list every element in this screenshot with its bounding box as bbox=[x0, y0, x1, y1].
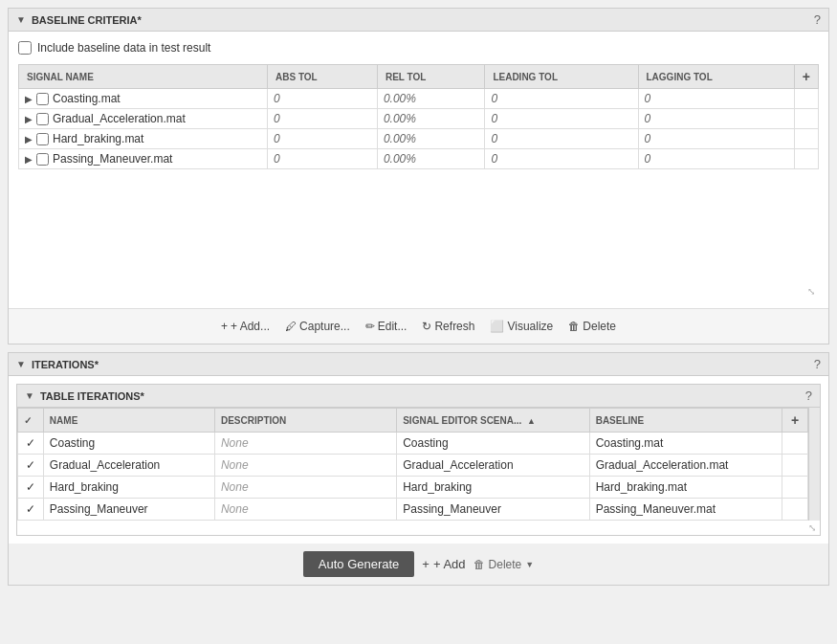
table-iterations-sub-section: ▼ TABLE ITERATIONS* ? ✓ NAME bbox=[16, 384, 821, 536]
main-container: ▼ BASELINE CRITERIA* ? Include baseline … bbox=[0, 0, 837, 601]
baseline-criteria-table: SIGNAL NAME ABS TOL REL TOL LEADING TOL bbox=[18, 64, 819, 169]
rel-tol-cell: 0.00% bbox=[377, 149, 484, 169]
add-iteration-icon: + bbox=[422, 557, 430, 571]
baseline-collapse-arrow[interactable]: ▼ bbox=[16, 14, 26, 25]
capture-button[interactable]: 🖊 Capture... bbox=[279, 317, 356, 336]
sort-arrow-icon: ▲ bbox=[527, 416, 536, 426]
col-header-lagging-tol: LAGGING TOL bbox=[638, 65, 794, 89]
iteration-signal-editor-cell: Passing_Maneuver bbox=[397, 499, 589, 521]
table-iterations-collapse-arrow[interactable]: ▼ bbox=[25, 390, 34, 401]
iteration-baseline-cell: Passing_Maneuver.mat bbox=[589, 499, 782, 521]
iteration-description-cell: None bbox=[214, 455, 396, 477]
visualize-icon: ⬜ bbox=[490, 320, 504, 333]
auto-generate-button[interactable]: Auto Generate bbox=[303, 551, 415, 577]
iterations-table-row[interactable]: ✓ Gradual_Acceleration None Gradual_Acce… bbox=[18, 455, 808, 477]
leading-tol-cell: 0 bbox=[485, 129, 638, 149]
iterations-table-wrapper: ✓ NAME DESCRIPTION SIGNAL EDITOR SCENA..… bbox=[17, 408, 820, 521]
row-checkbox[interactable] bbox=[36, 133, 49, 145]
edit-button[interactable]: ✏ Edit... bbox=[360, 317, 413, 336]
iterations-help-icon[interactable]: ? bbox=[814, 357, 821, 371]
add-iteration-col-btn[interactable]: + bbox=[782, 409, 808, 433]
lagging-tol-cell: 0 bbox=[638, 129, 794, 149]
iterations-header-left: ▼ ITERATIONS* bbox=[16, 359, 99, 370]
check-mark: ✓ bbox=[26, 480, 35, 494]
baseline-table-header-row: SIGNAL NAME ABS TOL REL TOL LEADING TOL bbox=[19, 65, 819, 89]
rel-tol-cell: 0.00% bbox=[377, 109, 484, 129]
abs-tol-cell: 0 bbox=[268, 149, 378, 169]
iterations-table-body: ✓ Coasting None Coasting Coasting.mat ✓ … bbox=[18, 433, 808, 521]
baseline-criteria-help-icon[interactable]: ? bbox=[814, 12, 821, 27]
include-baseline-row: Include baseline data in test result bbox=[18, 41, 819, 55]
iteration-description-cell: None bbox=[214, 433, 396, 455]
baseline-toolbar: + + Add... 🖊 Capture... ✏ Edit... ↻ Refr… bbox=[9, 308, 828, 344]
row-expander-icon[interactable]: ▶ bbox=[25, 154, 33, 165]
lagging-tol-cell: 0 bbox=[638, 109, 794, 129]
col-header-signal-editor: SIGNAL EDITOR SCENA... ▲ bbox=[397, 409, 589, 433]
refresh-button[interactable]: ↻ Refresh bbox=[416, 317, 480, 336]
baseline-criteria-title: BASELINE CRITERIA* bbox=[32, 14, 142, 26]
row-checkbox[interactable] bbox=[36, 153, 49, 166]
iterations-table-header-row: ✓ NAME DESCRIPTION SIGNAL EDITOR SCENA..… bbox=[18, 409, 808, 433]
signal-name-cell: ▶ Passing_Maneuver.mat bbox=[19, 149, 268, 169]
col-header-check: ✓ bbox=[18, 409, 44, 433]
col-header-signal-name: SIGNAL NAME bbox=[19, 65, 268, 89]
signal-name-cell: ▶ Coasting.mat bbox=[19, 89, 268, 109]
bottom-toolbar: Auto Generate + + Add 🗑 Delete ▼ bbox=[9, 544, 828, 585]
iteration-baseline-cell: Coasting.mat bbox=[589, 433, 782, 455]
add-icon: + bbox=[221, 320, 228, 333]
add-button[interactable]: + + Add... bbox=[215, 317, 275, 336]
abs-tol-cell: 0 bbox=[268, 89, 378, 109]
iteration-check-cell: ✓ bbox=[18, 455, 44, 477]
iterations-collapse-arrow[interactable]: ▼ bbox=[16, 359, 26, 369]
iteration-baseline-cell: Hard_braking.mat bbox=[589, 477, 782, 499]
table-iterations-help-icon[interactable]: ? bbox=[805, 389, 812, 403]
table-iterations-header-left: ▼ TABLE ITERATIONS* bbox=[25, 390, 144, 402]
iterations-table-row[interactable]: ✓ Passing_Maneuver None Passing_Maneuver… bbox=[18, 499, 808, 521]
col-header-description: DESCRIPTION bbox=[214, 409, 396, 433]
iterations-table-row[interactable]: ✓ Coasting None Coasting Coasting.mat bbox=[18, 433, 808, 455]
iteration-name-cell: Hard_braking bbox=[43, 477, 214, 499]
iterations-table-row[interactable]: ✓ Hard_braking None Hard_braking Hard_br… bbox=[18, 477, 808, 499]
iteration-description-cell: None bbox=[214, 499, 396, 521]
leading-tol-cell: 0 bbox=[485, 109, 638, 129]
check-mark: ✓ bbox=[26, 502, 35, 516]
include-baseline-checkbox[interactable] bbox=[18, 41, 32, 55]
col-header-leading-tol: LEADING TOL bbox=[485, 65, 638, 89]
iteration-name-cell: Coasting bbox=[43, 433, 214, 455]
row-checkbox[interactable] bbox=[36, 93, 49, 105]
iterations-header: ▼ ITERATIONS* ? bbox=[9, 353, 828, 376]
delete-iteration-button[interactable]: 🗑 Delete ▼ bbox=[474, 558, 535, 571]
iterations-title: ITERATIONS* bbox=[32, 359, 99, 370]
baseline-empty-area bbox=[18, 169, 819, 284]
row-checkbox[interactable] bbox=[36, 113, 49, 125]
iterations-scrollbar[interactable] bbox=[808, 408, 820, 521]
baseline-table-row[interactable]: ▶ Gradual_Acceleration.mat 0 0.00% 0 0 bbox=[19, 109, 819, 129]
add-iteration-button[interactable]: + + Add bbox=[422, 557, 465, 571]
baseline-table-row[interactable]: ▶ Hard_braking.mat 0 0.00% 0 0 bbox=[19, 129, 819, 149]
col-header-abs-tol: ABS TOL bbox=[268, 65, 378, 89]
baseline-table-row[interactable]: ▶ Coasting.mat 0 0.00% 0 0 bbox=[19, 89, 819, 109]
baseline-table-row[interactable]: ▶ Passing_Maneuver.mat 0 0.00% 0 0 bbox=[19, 149, 819, 169]
col-header-name: NAME bbox=[43, 409, 214, 433]
rel-tol-cell: 0.00% bbox=[377, 129, 484, 149]
row-expander-icon[interactable]: ▶ bbox=[25, 134, 33, 144]
visualize-button[interactable]: ⬜ Visualize bbox=[484, 317, 559, 336]
row-expander-icon[interactable]: ▶ bbox=[25, 94, 33, 104]
baseline-criteria-header: ▼ BASELINE CRITERIA* ? bbox=[9, 9, 828, 32]
iteration-signal-editor-cell: Gradual_Acceleration bbox=[397, 455, 589, 477]
iteration-check-cell: ✓ bbox=[18, 499, 44, 521]
refresh-icon: ↻ bbox=[422, 320, 431, 333]
delete-button[interactable]: 🗑 Delete bbox=[562, 317, 622, 336]
iterations-resize-handle[interactable]: ⤡ bbox=[17, 521, 820, 535]
col-header-baseline: BASELINE bbox=[589, 409, 782, 433]
table-iterations-title: TABLE ITERATIONS* bbox=[40, 390, 144, 402]
iteration-description-cell: None bbox=[214, 477, 396, 499]
resize-icon: ⤡ bbox=[807, 286, 815, 297]
iteration-signal-editor-cell: Hard_braking bbox=[397, 477, 589, 499]
resize-handle[interactable]: ⤡ bbox=[18, 284, 819, 299]
iteration-baseline-cell: Gradual_Acceleration.mat bbox=[589, 455, 782, 477]
add-column-btn[interactable]: + bbox=[794, 65, 818, 89]
iterations-resize-icon: ⤡ bbox=[808, 522, 816, 533]
row-expander-icon[interactable]: ▶ bbox=[25, 114, 33, 124]
iteration-check-cell: ✓ bbox=[18, 477, 44, 499]
